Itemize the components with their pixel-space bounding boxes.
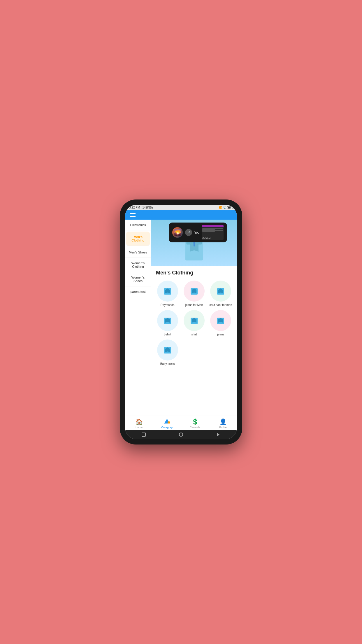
- category-icon-baby-dress: [157, 340, 178, 360]
- home-icon: 🏠: [136, 418, 143, 425]
- call-you-label: You: [194, 231, 199, 234]
- sidebar-item-womens-clothing[interactable]: Women's Clothing: [125, 258, 151, 272]
- sidebar-item-mens-clothing[interactable]: Men's Clothing: [126, 232, 150, 246]
- profile-label: Profile: [219, 426, 227, 429]
- sidebar-item-electronics[interactable]: Electronics: [125, 220, 151, 230]
- category-label-baby-dress: Baby dress: [160, 362, 175, 365]
- phone-frame: 3:22 PM | 142KB/s 📶 📡 Electronics M: [120, 200, 242, 444]
- category-item-raymonds[interactable]: Raymonds: [156, 281, 179, 307]
- nav-rewards[interactable]: 💲 Rewards: [186, 418, 204, 429]
- android-home-button[interactable]: [177, 432, 185, 437]
- call-info: You: [194, 231, 199, 234]
- hero-banner: 🌄 🎤 You: [151, 220, 237, 266]
- category-label-cout-pant: cout pant for man: [209, 303, 232, 307]
- category-item-tshirt[interactable]: t-shirt: [156, 310, 179, 336]
- profile-icon: 👤: [219, 418, 227, 425]
- gowind-label: GoVind: [202, 236, 224, 240]
- wifi-icon: 📡: [223, 206, 226, 209]
- category-icon-jeans: [210, 310, 231, 331]
- status-time: 3:22 PM | 142KB/s: [129, 206, 153, 209]
- android-nav-bar: [125, 430, 237, 439]
- bottom-nav: 🏠 Home Category 💲 Rewards 👤 Profile: [125, 416, 237, 430]
- category-item-shirt[interactable]: shirt: [182, 310, 205, 336]
- call-overlay: 🌄 🎤 You: [169, 223, 227, 242]
- main-content: Electronics Men's Clothing Men's Shoes W…: [125, 220, 237, 416]
- signal-icon: 📶: [219, 206, 222, 209]
- rewards-label: Rewards: [190, 426, 200, 429]
- sidebar-item-womens-shoes[interactable]: Women's Shoes: [125, 272, 151, 286]
- sidebar-item-mens-shoes[interactable]: Men's Shoes: [125, 247, 151, 258]
- home-label: Home: [136, 426, 143, 429]
- category-item-jeans[interactable]: jeans: [209, 310, 232, 336]
- category-item-cout-pant[interactable]: cout pant for man: [209, 281, 232, 307]
- status-icons: 📶 📡: [219, 206, 233, 209]
- nav-profile[interactable]: 👤 Profile: [214, 418, 232, 429]
- status-bar: 3:22 PM | 142KB/s 📶 📡: [125, 205, 237, 210]
- svg-rect-13: [165, 290, 167, 292]
- category-label-jeans: jeans: [217, 333, 224, 336]
- category-icon-tshirt: [157, 310, 178, 331]
- category-label-shirt: shirt: [191, 333, 197, 336]
- category-icon-shirt: [184, 310, 205, 331]
- svg-rect-35: [168, 421, 170, 424]
- sidebar-item-parent-test[interactable]: parent test: [125, 286, 151, 297]
- sidebar: Electronics Men's Clothing Men's Shoes W…: [125, 220, 151, 416]
- svg-point-33: [167, 349, 168, 350]
- category-label-jeans-for-man: jeans for Man: [185, 303, 203, 307]
- content-area: 🌄 🎤 You: [151, 220, 237, 416]
- battery-icon: [227, 206, 233, 209]
- category-icon: [164, 419, 170, 425]
- category-label-tshirt: t-shirt: [164, 333, 171, 336]
- mute-button[interactable]: 🎤: [185, 229, 192, 236]
- top-bar: [125, 210, 237, 220]
- category-item-jeans-for-man[interactable]: jeans for Man: [182, 281, 205, 307]
- section-title: Men's Clothing: [151, 266, 237, 278]
- category-label-raymonds: Raymonds: [161, 303, 175, 307]
- rewards-icon: 💲: [191, 418, 199, 425]
- category-label: Category: [161, 426, 173, 429]
- category-icon-jeans-for-man: [184, 281, 205, 302]
- category-grid: Raymonds jeans for Man cout pant for man: [151, 278, 237, 368]
- nav-category[interactable]: Category: [158, 419, 176, 429]
- nav-home[interactable]: 🏠 Home: [130, 418, 148, 429]
- call-avatar: 🌄: [172, 227, 183, 238]
- category-item-baby-dress[interactable]: Baby dress: [156, 340, 179, 365]
- category-icon-raymonds: [157, 281, 178, 302]
- android-recent-button[interactable]: [139, 432, 148, 437]
- screen-preview: GoVind: [202, 225, 224, 240]
- hamburger-menu[interactable]: [130, 213, 136, 217]
- category-icon-cout-pant: [210, 281, 231, 302]
- svg-point-23: [167, 320, 168, 321]
- phone-screen: 3:22 PM | 142KB/s 📶 📡 Electronics M: [125, 205, 237, 439]
- android-back-button[interactable]: [214, 432, 223, 437]
